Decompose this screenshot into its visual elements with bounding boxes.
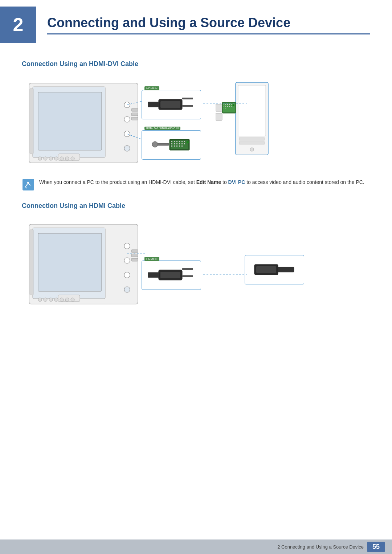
note-text-before: When you connect a PC to the product usi… (39, 179, 196, 185)
note-svg (22, 178, 35, 191)
svg-point-92 (54, 298, 58, 301)
hdmi-diagram: HDMI IN (22, 217, 377, 311)
note-highlight1: Edit Name (196, 179, 221, 185)
svg-rect-35 (181, 141, 183, 142)
svg-rect-47 (181, 145, 183, 147)
svg-point-93 (60, 298, 64, 301)
section-hdmi-dvi-heading: Connection Using an HDMI-DVI Cable (22, 60, 370, 68)
svg-rect-45 (176, 145, 177, 147)
hdmi-in-box: HDMI IN (142, 90, 201, 119)
hdmi-dvi-diagram: HDMI IN (22, 75, 377, 171)
rgb-label: RGB / DVI / HDMI AUDIO IN (144, 127, 180, 130)
svg-rect-67 (231, 106, 232, 107)
dvi-connector-svg (148, 134, 195, 154)
note-text-middle: to (221, 179, 228, 185)
footer-text: 2 Connecting and Using a Source Device (277, 544, 364, 550)
note-text: When you connect a PC to the product usi… (39, 178, 364, 186)
svg-point-89 (38, 298, 42, 301)
svg-point-83 (124, 287, 130, 292)
svg-rect-103 (256, 266, 276, 273)
svg-rect-86 (131, 254, 138, 257)
svg-rect-42 (184, 143, 185, 144)
svg-point-13 (44, 157, 47, 160)
svg-rect-2 (38, 92, 102, 150)
page-footer: 2 Connecting and Using a Source Device 5… (0, 539, 392, 554)
svg-rect-58 (224, 104, 224, 105)
svg-point-81 (124, 258, 130, 263)
note-box: When you connect a PC to the product usi… (22, 178, 370, 191)
svg-point-55 (250, 148, 254, 151)
svg-rect-37 (171, 143, 172, 144)
svg-rect-31 (171, 141, 172, 142)
svg-rect-33 (176, 141, 177, 142)
svg-rect-53 (216, 104, 222, 111)
svg-point-48 (187, 141, 189, 143)
svg-rect-64 (225, 106, 226, 107)
svg-rect-87 (131, 258, 138, 261)
svg-rect-10 (131, 117, 138, 120)
page-header: 2 Connecting and Using a Source Device (0, 0, 392, 49)
rgb-dvi-box: RGB / DVI / HDMI AUDIO IN (142, 130, 201, 160)
svg-rect-41 (181, 143, 183, 144)
svg-rect-23 (148, 102, 159, 107)
svg-point-6 (124, 145, 130, 151)
hdmi-connector-svg (148, 94, 195, 114)
svg-rect-66 (229, 106, 230, 107)
svg-rect-32 (174, 141, 175, 142)
svg-rect-104 (278, 267, 294, 272)
svg-rect-36 (184, 141, 185, 142)
svg-rect-50 (238, 85, 266, 136)
svg-rect-79 (38, 233, 102, 291)
svg-rect-46 (179, 145, 180, 147)
page-number: 55 (367, 542, 385, 552)
svg-point-14 (49, 157, 53, 160)
svg-point-18 (71, 157, 74, 160)
svg-point-91 (49, 298, 53, 301)
chapter-badge: 2 (0, 7, 36, 43)
hdmi-connector-svg-2 (148, 264, 195, 284)
svg-rect-60 (227, 104, 228, 105)
page-title: Connecting and Using a Source Device (47, 15, 370, 34)
svg-point-95 (71, 298, 74, 301)
section-hdmi-heading: Connection Using an HDMI Cable (22, 202, 370, 210)
note-icon (22, 178, 35, 191)
svg-point-90 (44, 298, 47, 301)
svg-point-16 (60, 157, 64, 160)
svg-rect-39 (176, 143, 177, 144)
svg-rect-8 (131, 108, 138, 111)
svg-rect-54 (216, 113, 222, 120)
svg-rect-68 (224, 108, 224, 108)
svg-point-12 (38, 157, 42, 160)
svg-rect-44 (174, 145, 175, 147)
svg-rect-59 (225, 104, 226, 105)
svg-point-17 (65, 157, 69, 160)
svg-point-94 (65, 298, 69, 301)
svg-point-82 (124, 272, 130, 278)
monitor-svg-1 (22, 76, 145, 170)
chapter-number: 2 (13, 14, 24, 36)
svg-rect-63 (224, 106, 224, 107)
svg-rect-88 (30, 230, 33, 295)
svg-rect-34 (179, 141, 180, 142)
hdmi-in-label: HDMI IN (144, 86, 159, 90)
monitor-svg-2 (22, 217, 145, 311)
hdmi-in-label-2: HDMI IN (144, 257, 159, 261)
source-device-2 (245, 244, 304, 284)
svg-rect-65 (227, 106, 228, 107)
source-device-1 (216, 75, 277, 171)
svg-rect-100 (182, 268, 193, 270)
source-device-svg-1 (216, 75, 277, 169)
svg-rect-22 (160, 101, 180, 108)
hdmi-in-box-2: HDMI IN (142, 260, 201, 290)
svg-rect-38 (174, 143, 175, 144)
svg-rect-69 (225, 108, 226, 108)
hdmi-source-connector-svg (251, 259, 298, 279)
svg-rect-85 (131, 250, 138, 253)
svg-rect-101 (182, 275, 193, 277)
note-highlight2: DVI PC (228, 179, 245, 185)
svg-rect-9 (131, 113, 138, 116)
svg-rect-99 (148, 272, 159, 278)
svg-rect-24 (182, 98, 193, 99)
note-text-after: to access video and audio content stored… (245, 179, 364, 185)
svg-rect-51 (239, 138, 265, 140)
